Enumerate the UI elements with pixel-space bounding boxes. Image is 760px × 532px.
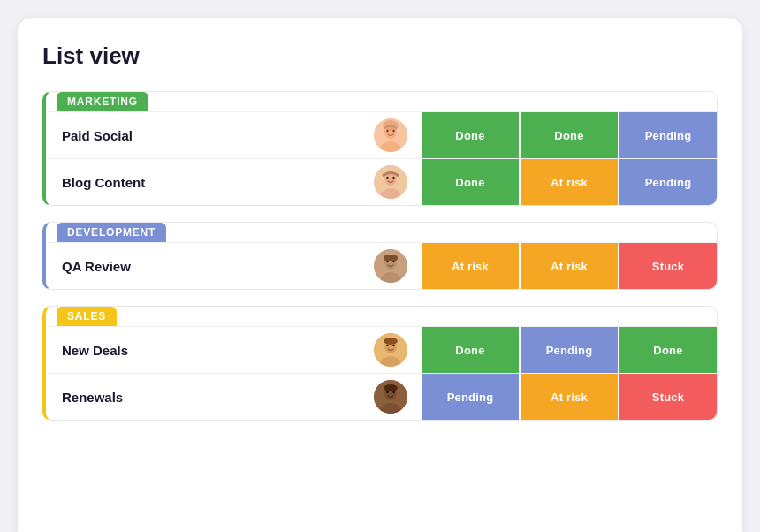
svg-point-9 [386, 177, 388, 179]
row-label: QA Review [46, 245, 374, 288]
table-row: Renewals PendingAt riskStuck [46, 373, 717, 420]
svg-point-28 [384, 384, 398, 391]
status-badge[interactable]: Stuck [619, 243, 717, 289]
table-row: QA Review At riskAt riskStuck [46, 242, 717, 289]
group-header-development: DEVELOPMENT [57, 223, 166, 242]
group-header-marketing: MARKETING [57, 92, 148, 111]
status-cells: DoneDonePending [422, 112, 717, 158]
group-marketing: MARKETINGPaid Social DoneDonePendingBlog… [42, 91, 718, 206]
row-label: Paid Social [46, 114, 374, 157]
svg-point-26 [386, 391, 388, 393]
status-badge[interactable]: Stuck [619, 374, 717, 420]
svg-point-27 [392, 391, 394, 393]
status-badge[interactable]: Pending [521, 327, 618, 373]
status-badge[interactable]: Pending [619, 159, 717, 205]
svg-point-10 [392, 177, 394, 179]
svg-point-5 [383, 120, 399, 131]
avatar [374, 380, 407, 414]
status-badge[interactable]: Done [521, 112, 618, 158]
status-badge[interactable]: Done [422, 159, 519, 205]
status-badge[interactable]: Done [422, 112, 519, 158]
group-header-sales: SALES [57, 307, 117, 326]
status-cells: PendingAt riskStuck [422, 374, 717, 420]
table-row: Blog Content DoneAt riskPending [46, 158, 717, 205]
row-label: Renewals [46, 376, 374, 419]
svg-point-22 [384, 338, 398, 345]
status-cells: DoneAt riskPending [422, 159, 717, 205]
status-cells: At riskAt riskStuck [422, 243, 717, 289]
table-row: New Deals DonePendingDone [46, 326, 717, 373]
status-badge[interactable]: Done [422, 327, 519, 373]
status-badge[interactable]: At risk [422, 243, 519, 289]
svg-point-15 [392, 261, 394, 262]
avatar [374, 249, 407, 283]
page-title: List view [42, 42, 718, 70]
status-badge[interactable]: Done [619, 327, 717, 373]
avatar [374, 165, 407, 199]
status-cells: DonePendingDone [422, 327, 717, 373]
main-card: List view MARKETINGPaid Social DoneDoneP… [18, 18, 742, 532]
svg-point-14 [386, 261, 388, 262]
row-label: New Deals [46, 329, 374, 372]
avatar [374, 118, 407, 152]
status-badge[interactable]: Pending [422, 374, 519, 420]
svg-point-20 [386, 345, 388, 346]
group-development: DEVELOPMENTQA Review At riskAt riskStuck [42, 222, 718, 290]
status-badge[interactable]: Pending [619, 112, 717, 158]
status-badge[interactable]: At risk [521, 159, 618, 205]
row-label: Blog Content [46, 161, 374, 204]
status-badge[interactable]: At risk [521, 243, 618, 289]
group-sales: SALESNew Deals DonePendingDoneRenewals P… [42, 306, 718, 421]
table-row: Paid Social DoneDonePending [46, 111, 717, 158]
status-badge[interactable]: At risk [521, 374, 618, 420]
svg-rect-16 [384, 255, 398, 261]
avatar [374, 333, 407, 367]
svg-point-21 [392, 345, 394, 346]
